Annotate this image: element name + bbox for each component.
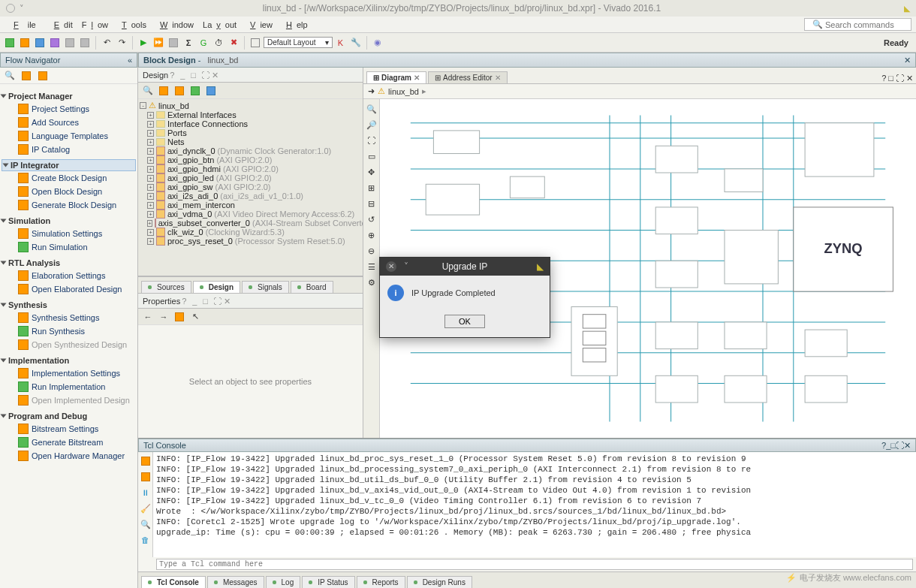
con-pause-icon[interactable]: ⏸	[139, 486, 152, 499]
design-row[interactable]: +axi_vdma_0 (AXI Video Direct Memory Acc…	[140, 210, 361, 219]
nav-item-simulation-settings[interactable]: Simulation Settings	[2, 227, 136, 240]
expand-icon[interactable]	[1, 261, 7, 265]
tool5-icon[interactable]	[63, 36, 77, 50]
menu-layout[interactable]: Layout	[203, 20, 237, 29]
con-find-icon[interactable]: 🔍	[139, 517, 152, 531]
expand-icon[interactable]: +	[147, 211, 154, 218]
nav-item-run-simulation[interactable]: Run Simulation	[2, 240, 136, 254]
nav-item-generate-bitstream[interactable]: Generate Bitstream	[2, 436, 136, 449]
menu-help[interactable]: Help	[282, 20, 308, 29]
expand-icon[interactable]: +	[147, 184, 154, 191]
dialog-titlebar[interactable]: ✕ ˅ Upgrade IP ◣	[380, 258, 550, 276]
design-row[interactable]: +External Interfaces	[140, 110, 361, 119]
tool6-icon[interactable]	[78, 36, 92, 50]
tab-sources[interactable]: Sources	[141, 281, 191, 293]
redo-icon[interactable]: ↷	[115, 36, 128, 50]
menu-file[interactable]: File	[9, 20, 41, 29]
restore-icon[interactable]: □	[890, 441, 896, 450]
console-tab-design-runs[interactable]: Design Runs	[407, 576, 472, 588]
collapse-icon[interactable]: «	[128, 56, 132, 65]
close-panel-icon[interactable]: ✕	[212, 71, 221, 80]
expand-icon[interactable]: +	[147, 157, 154, 164]
restore-icon[interactable]: □	[203, 297, 212, 306]
nav-item-run-synthesis[interactable]: Run Synthesis	[2, 324, 136, 338]
tool-wrench-icon[interactable]: 🔧	[349, 36, 363, 50]
nav-item-bitstream-settings[interactable]: Bitstream Settings	[2, 422, 136, 436]
expand-icon[interactable]	[3, 164, 9, 167]
expand-icon[interactable]: +	[147, 130, 154, 137]
design-row[interactable]: +axi_gpio_hdmi (AXI GPIO:2.0)	[140, 164, 361, 173]
nav-item-create-block-design[interactable]: Create Block Design	[2, 171, 136, 185]
tool-sigma-icon[interactable]: Σ	[182, 36, 195, 50]
cv-zoomout-icon[interactable]: 🔎	[365, 118, 378, 131]
nav-section-program-and-debug[interactable]: Program and Debug	[8, 412, 87, 421]
bc-name[interactable]: linux_bd	[388, 87, 419, 96]
expand-icon[interactable]	[1, 219, 7, 223]
design-row[interactable]: +axi_mem_intercon	[140, 201, 361, 210]
expand-icon[interactable]: +	[147, 175, 154, 182]
tcl-command-input[interactable]	[156, 559, 913, 570]
nav-item-language-templates[interactable]: Language Templates	[2, 129, 136, 143]
expand-icon[interactable]: +	[147, 121, 154, 128]
nav-item-implementation-settings[interactable]: Implementation Settings	[2, 366, 136, 380]
dt-a-icon[interactable]	[188, 84, 202, 98]
cv-zoom-icon[interactable]: 🔍	[365, 102, 378, 116]
design-row[interactable]: +axi_i2s_adi_0 (axi_i2s_adi_v1_0:1.0)	[140, 191, 361, 201]
close-tab-icon[interactable]: ✕	[414, 74, 420, 82]
nav-section-rtl-analysis[interactable]: RTL Analysis	[8, 258, 60, 267]
menu-tools[interactable]: Tools	[117, 20, 146, 29]
tool4-icon[interactable]	[48, 36, 62, 50]
console-tab-tcl-console[interactable]: Tcl Console	[141, 576, 206, 588]
maximize-icon[interactable]: ⛶	[201, 71, 210, 80]
nav-item-add-sources[interactable]: Add Sources	[2, 116, 136, 129]
tool-circle-icon[interactable]: ◉	[371, 36, 384, 50]
canvas-tab-diagram[interactable]: ⊞ Diagram ✕	[366, 71, 426, 83]
design-row[interactable]: +axis_subset_converter_0 (AXI4-Stream Su…	[140, 219, 361, 228]
ok-button[interactable]: OK	[444, 315, 485, 328]
open-icon[interactable]	[18, 36, 32, 50]
layout-select[interactable]: Default Layout ▾	[264, 37, 333, 48]
window-close-icon[interactable]	[6, 4, 15, 13]
nav-item-generate-block-design[interactable]: Generate Block Design	[2, 198, 136, 212]
dialog-close-icon[interactable]: ✕	[386, 261, 396, 272]
dt-b-icon[interactable]	[204, 84, 218, 98]
nav-item-open-implemented-design[interactable]: Open Implemented Design	[2, 394, 136, 407]
expand-icon[interactable]: +	[147, 202, 154, 209]
design-row[interactable]: +Ports	[140, 128, 361, 137]
maximize-icon[interactable]: ⛶	[896, 441, 904, 450]
stop-icon[interactable]	[167, 36, 180, 50]
expand-icon[interactable]	[1, 359, 7, 363]
nav-item-elaboration-settings[interactable]: Elaboration Settings	[2, 269, 136, 282]
design-row[interactable]: -⚠linux_bd	[140, 101, 361, 110]
design-row[interactable]: +axi_gpio_led (AXI GPIO:2.0)	[140, 173, 361, 182]
cv-8-icon[interactable]: ↺	[365, 213, 378, 226]
canvas-tab-address-editor[interactable]: ⊞ Address Editor ✕	[428, 71, 508, 83]
console-tab-ip-status[interactable]: IP Status	[302, 576, 354, 588]
expand-icon[interactable]: +	[147, 166, 154, 173]
design-row[interactable]: +axi_dynclk_0 (Dynamic Clock Generator:1…	[140, 146, 361, 155]
expand-icon[interactable]: +	[147, 238, 154, 245]
restore-icon[interactable]: □	[191, 71, 200, 80]
expand-icon[interactable]: +	[147, 148, 154, 155]
cv-select-icon[interactable]: ▭	[365, 149, 378, 163]
expand-icon[interactable]: +	[147, 220, 152, 227]
design-row[interactable]: +Nets	[140, 137, 361, 146]
close-view-icon[interactable]: ✕	[904, 56, 911, 65]
nav-item-project-settings[interactable]: Project Settings	[2, 102, 136, 116]
new-icon[interactable]	[3, 36, 17, 50]
dt-collapse-icon[interactable]	[157, 84, 170, 98]
tool-k-icon[interactable]: K	[334, 36, 348, 50]
runall-icon[interactable]: ⏩	[152, 36, 165, 50]
close-panel-icon[interactable]: ✕	[904, 441, 911, 451]
nav-item-run-implementation[interactable]: Run Implementation	[2, 380, 136, 394]
nav-item-open-elaborated-design[interactable]: Open Elaborated Design	[2, 282, 136, 296]
nav-expand-icon[interactable]	[36, 69, 50, 83]
design-row[interactable]: +proc_sys_reset_0 (Processor System Rese…	[140, 237, 361, 246]
minimize-icon[interactable]: _	[192, 297, 201, 306]
cv-10-icon[interactable]: ⊖	[365, 244, 378, 258]
console-output[interactable]: INFO: [IP_Flow 19-3422] Upgraded linux_b…	[153, 452, 916, 557]
tab-board[interactable]: Board	[291, 281, 333, 293]
nav-section-implementation[interactable]: Implementation	[8, 356, 69, 365]
nav-search-icon[interactable]: 🔍	[3, 69, 17, 83]
con-clear-icon[interactable]: 🧹	[139, 502, 152, 515]
